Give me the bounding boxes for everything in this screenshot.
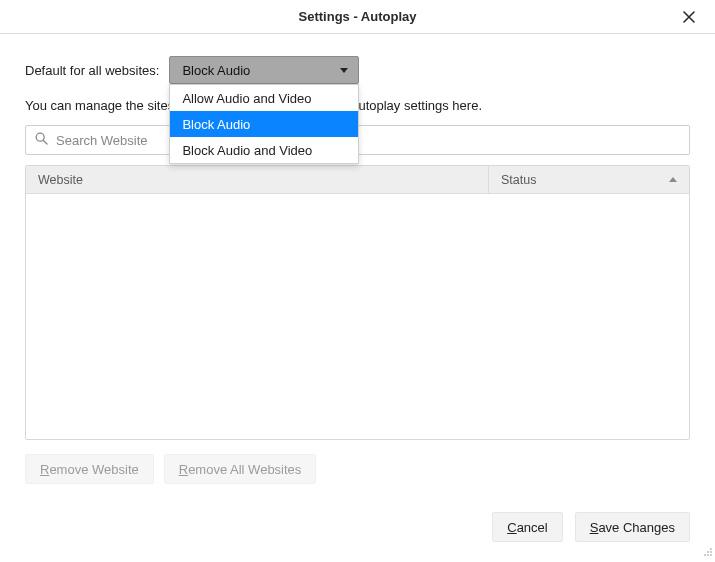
close-icon bbox=[683, 9, 695, 26]
svg-point-7 bbox=[710, 554, 712, 556]
svg-line-1 bbox=[43, 140, 47, 144]
close-button[interactable] bbox=[673, 0, 705, 34]
titlebar: Settings - Autoplay bbox=[0, 0, 715, 34]
window-title: Settings - Autoplay bbox=[299, 9, 417, 24]
resize-grip-icon[interactable] bbox=[701, 545, 713, 560]
sort-ascending-icon bbox=[669, 177, 677, 182]
column-header-status[interactable]: Status bbox=[489, 166, 689, 193]
dropdown-option-block-all[interactable]: Block Audio and Video bbox=[170, 137, 358, 163]
svg-point-6 bbox=[707, 554, 709, 556]
table-body bbox=[26, 194, 689, 439]
default-dropdown-button[interactable]: Block Audio bbox=[169, 56, 359, 84]
svg-point-2 bbox=[710, 548, 712, 550]
dropdown-selected-value: Block Audio bbox=[182, 63, 250, 78]
default-dropdown: Block Audio Allow Audio and Video Block … bbox=[169, 56, 359, 84]
remove-website-button: Remove Website bbox=[25, 454, 154, 484]
table-action-buttons: Remove Website Remove All Websites bbox=[25, 454, 690, 484]
table-header: Website Status bbox=[26, 166, 689, 194]
dialog-buttons: Cancel Save Changes bbox=[492, 512, 690, 542]
chevron-down-icon bbox=[340, 68, 348, 73]
svg-point-5 bbox=[704, 554, 706, 556]
remove-all-websites-button: Remove All Websites bbox=[164, 454, 317, 484]
default-row: Default for all websites: Block Audio Al… bbox=[25, 56, 690, 84]
svg-point-4 bbox=[710, 551, 712, 553]
column-header-status-label: Status bbox=[501, 173, 536, 187]
dropdown-option-allow[interactable]: Allow Audio and Video bbox=[170, 85, 358, 111]
dropdown-list: Allow Audio and Video Block Audio Block … bbox=[169, 84, 359, 164]
exceptions-table: Website Status bbox=[25, 165, 690, 440]
column-header-website[interactable]: Website bbox=[26, 166, 489, 193]
default-label: Default for all websites: bbox=[25, 63, 159, 78]
dropdown-option-block-audio[interactable]: Block Audio bbox=[170, 111, 358, 137]
svg-point-3 bbox=[707, 551, 709, 553]
dialog-content: Default for all websites: Block Audio Al… bbox=[0, 34, 715, 484]
save-changes-button[interactable]: Save Changes bbox=[575, 512, 690, 542]
search-icon bbox=[35, 132, 48, 148]
cancel-button[interactable]: Cancel bbox=[492, 512, 562, 542]
